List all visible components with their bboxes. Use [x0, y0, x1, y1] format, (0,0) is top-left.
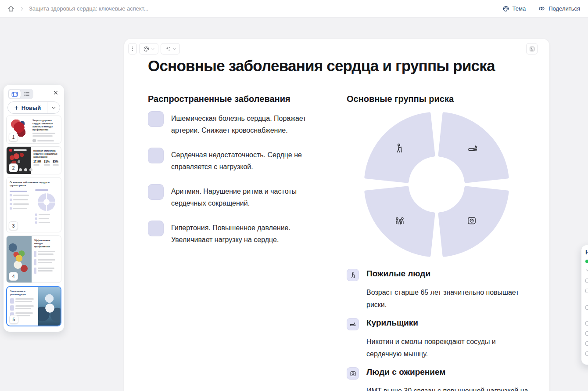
disease-text: Аритмия. Нарушение ритма и частоты серде…	[171, 184, 331, 209]
thumb-mini-donut	[38, 193, 55, 211]
stat-value: 31%	[44, 160, 50, 163]
new-slide-label: Новый	[22, 105, 41, 111]
thumb-dot	[19, 168, 22, 171]
palette-icon	[502, 5, 509, 12]
slides-panel: Новый Защита здоровья сердца: ключевые а…	[4, 85, 64, 332]
share-button[interactable]: Поделиться	[538, 5, 580, 12]
thumb-title: Защита здоровья сердца: ключевые аспекты…	[32, 119, 58, 131]
slide-number-badge: 5	[9, 315, 18, 324]
disease-text: Гипертония. Повышенное давление. Увеличи…	[171, 221, 331, 246]
slide-number-badge: 1	[9, 133, 18, 141]
elderly-person-icon	[394, 143, 405, 154]
bullet-square	[148, 148, 164, 163]
right-edge-panel: Н	[581, 245, 588, 365]
slide-number-badge: 3	[9, 221, 18, 230]
chevron-down-icon	[172, 47, 176, 51]
green-toggle[interactable]	[585, 260, 588, 263]
thumb-text-line	[37, 140, 54, 141]
disease-item[interactable]: Гипертония. Повышенное давление. Увеличи…	[148, 221, 332, 246]
thumb-title: Основные заболевания сердца и группы рис…	[10, 181, 58, 187]
chevron-down-icon[interactable]	[585, 268, 588, 273]
disease-item[interactable]: Сердечная недостаточность. Сердце не спр…	[148, 148, 332, 173]
slide-thumbnail-2[interactable]: Мировая статистика сердечно-сосудистых з…	[6, 146, 61, 174]
new-slide-button[interactable]: Новый	[7, 101, 60, 114]
risk-desc: Никотин и смолы повреждают сосуды и серд…	[366, 336, 529, 360]
risk-item[interactable]: Курильщики Никотин и смолы повреждают со…	[347, 318, 533, 360]
slide-theme-button[interactable]	[139, 43, 158, 54]
thumb-text-line	[44, 164, 50, 166]
home-icon[interactable]	[7, 5, 15, 13]
theme-label: Тема	[513, 5, 526, 12]
sparkles-icon	[165, 46, 171, 52]
risk-item[interactable]: Пожилые люди Возраст старше 65 лет значи…	[347, 269, 533, 311]
risk-donut-chart[interactable]	[361, 111, 512, 258]
slide-thumbnail-3[interactable]: Основные заболевания сердца и группы рис…	[6, 177, 61, 232]
disease-item[interactable]: Аритмия. Нарушение ритма и частоты серде…	[148, 184, 332, 209]
slide-canvas[interactable]: Основные заболевания сердца и группы рис…	[124, 39, 549, 391]
palette-icon	[143, 46, 150, 52]
checkbox[interactable]	[585, 351, 588, 356]
thumb-dot	[29, 168, 32, 171]
checkbox[interactable]	[585, 289, 588, 293]
thumb-text-line	[53, 164, 59, 166]
edge-panel-title: Н	[585, 249, 588, 256]
thumb-text-line	[32, 135, 53, 137]
filmstrip-view-button[interactable]	[9, 90, 21, 98]
family-group-icon	[394, 215, 405, 226]
new-slide-dropdown[interactable]	[47, 102, 60, 113]
bullet-square	[148, 111, 164, 127]
thumb-dot	[24, 168, 27, 171]
ai-generate-button[interactable]	[161, 43, 180, 54]
cigarette-icon	[347, 318, 359, 330]
slide-thumbnail-5[interactable]: Заключение и рекомендации 5	[6, 286, 61, 326]
risk-desc: Возраст старше 65 лет значительно повыша…	[366, 286, 529, 311]
share-label: Поделиться	[549, 5, 580, 12]
risk-desc: ИМТ выше 30 связан с повышенной нагрузко…	[366, 385, 542, 391]
risks-heading[interactable]: Основные группы риска	[347, 94, 454, 104]
chevron-down-icon	[151, 47, 155, 51]
disease-text: Ишемическая болезнь сердца. Поражает арт…	[171, 111, 331, 136]
disease-item[interactable]: Ишемическая болезнь сердца. Поражает арт…	[148, 111, 332, 136]
disease-text: Сердечная недостаточность. Сердце не спр…	[171, 148, 331, 173]
stat-value: 17,9М	[33, 160, 41, 163]
slide-number-badge: 2	[9, 163, 18, 172]
checkbox[interactable]	[585, 341, 588, 346]
thumb-avatar-dot	[32, 139, 36, 142]
bullet-square	[148, 184, 164, 200]
chevron-down-icon	[51, 105, 56, 110]
thumb-title: Эффективные методы профилактики	[34, 239, 58, 248]
thumb-heart-icon	[9, 149, 12, 152]
chevron-right-icon	[19, 6, 25, 11]
more-options-button[interactable]	[128, 43, 137, 54]
breadcrumb: Защита здоровья сердца: ключевые аспект.…	[29, 5, 148, 12]
slide-thumbnail-1[interactable]: Защита здоровья сердца: ключевые аспекты…	[6, 116, 61, 144]
list-view-button[interactable]	[21, 90, 32, 98]
cigarette-icon	[467, 143, 479, 154]
weight-scale-icon	[466, 215, 477, 226]
thumbnail-doctor-image	[38, 287, 61, 326]
stat-value: 85%	[53, 160, 59, 163]
notes-panel-button[interactable]	[526, 43, 538, 54]
checkbox[interactable]	[585, 279, 588, 283]
thumb-text-line	[32, 133, 55, 134]
risk-title: Люди с ожирением	[366, 367, 542, 377]
topbar: Защита здоровья сердца: ключевые аспект.…	[0, 0, 588, 18]
bullet-square	[148, 221, 164, 236]
thumb-title: Заключение и рекомендации	[10, 290, 36, 296]
thumb-title: Мировая статистика сердечно-сосудистых з…	[33, 149, 59, 159]
checkbox[interactable]	[585, 321, 588, 326]
thumb-text-line	[33, 164, 39, 166]
checkbox[interactable]	[585, 305, 588, 310]
slide-title[interactable]: Основные заболевания сердца и группы рис…	[148, 57, 534, 75]
plus-icon	[14, 105, 19, 110]
close-icon[interactable]	[52, 89, 60, 97]
risk-item[interactable]: Люди с ожирением ИМТ выше 30 связан с по…	[347, 367, 542, 391]
checkbox[interactable]	[585, 331, 588, 336]
new-slide-main[interactable]: Новый	[8, 102, 47, 113]
link-icon	[538, 5, 545, 12]
view-toggle	[8, 89, 33, 99]
weight-scale-icon	[347, 367, 359, 380]
diseases-heading[interactable]: Распространенные заболевания	[148, 94, 290, 104]
slide-thumbnail-4[interactable]: Эффективные методы профилактики 4	[6, 235, 61, 283]
theme-button[interactable]: Тема	[502, 5, 526, 12]
